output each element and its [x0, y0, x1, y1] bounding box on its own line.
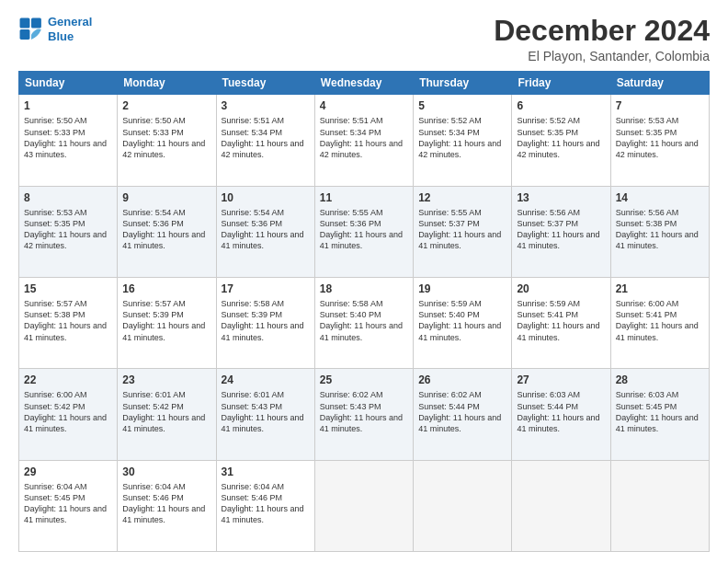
day-info: Sunrise: 5:54 AMSunset: 5:36 PMDaylight:… [122, 207, 210, 252]
calendar-row: 22Sunrise: 6:00 AMSunset: 5:42 PMDayligh… [19, 369, 710, 460]
day-number: 28 [616, 373, 704, 387]
page: General Blue December 2024 El Playon, Sa… [0, 0, 728, 563]
table-row: 6Sunrise: 5:52 AMSunset: 5:35 PMDaylight… [512, 95, 610, 186]
day-number: 15 [24, 282, 112, 296]
table-row: 20Sunrise: 5:59 AMSunset: 5:41 PMDayligh… [512, 277, 610, 368]
logo: General Blue [18, 15, 92, 43]
col-saturday: Saturday [610, 72, 709, 95]
calendar: Sunday Monday Tuesday Wednesday Thursday… [18, 71, 710, 552]
col-wednesday: Wednesday [314, 72, 413, 95]
table-row: 8Sunrise: 5:53 AMSunset: 5:35 PMDaylight… [19, 186, 118, 277]
day-number: 31 [222, 465, 310, 479]
table-row: 30Sunrise: 6:04 AMSunset: 5:46 PMDayligh… [118, 460, 216, 551]
day-number: 30 [122, 465, 210, 479]
table-row: 22Sunrise: 6:00 AMSunset: 5:42 PMDayligh… [19, 369, 118, 460]
day-number: 18 [320, 282, 408, 296]
calendar-row: 8Sunrise: 5:53 AMSunset: 5:35 PMDaylight… [19, 186, 710, 277]
day-info: Sunrise: 5:54 AMSunset: 5:36 PMDaylight:… [222, 207, 310, 252]
day-number: 14 [616, 190, 704, 205]
day-number: 11 [320, 190, 408, 205]
title-block: December 2024 El Playon, Santander, Colo… [494, 15, 710, 63]
day-number: 20 [517, 282, 605, 296]
month-title: December 2024 [494, 15, 710, 47]
table-row: 3Sunrise: 5:51 AMSunset: 5:34 PMDaylight… [216, 95, 314, 186]
day-info: Sunrise: 5:55 AMSunset: 5:36 PMDaylight:… [320, 207, 408, 252]
day-number: 10 [222, 190, 310, 205]
table-row: 28Sunrise: 6:03 AMSunset: 5:45 PMDayligh… [610, 369, 709, 460]
col-sunday: Sunday [19, 72, 118, 95]
table-row: 14Sunrise: 5:56 AMSunset: 5:38 PMDayligh… [610, 186, 709, 277]
day-number: 17 [222, 282, 310, 296]
day-info: Sunrise: 5:51 AMSunset: 5:34 PMDaylight:… [222, 115, 310, 160]
table-row: 21Sunrise: 6:00 AMSunset: 5:41 PMDayligh… [610, 277, 709, 368]
table-row: 10Sunrise: 5:54 AMSunset: 5:36 PMDayligh… [216, 186, 314, 277]
svg-rect-2 [20, 29, 30, 40]
day-info: Sunrise: 5:50 AMSunset: 5:33 PMDaylight:… [24, 115, 112, 160]
day-info: Sunrise: 6:02 AMSunset: 5:44 PMDaylight:… [418, 389, 506, 434]
day-number: 5 [418, 98, 506, 113]
col-friday: Friday [512, 72, 610, 95]
day-number: 23 [122, 373, 210, 387]
calendar-row: 1Sunrise: 5:50 AMSunset: 5:33 PMDaylight… [19, 95, 710, 186]
day-number: 2 [122, 98, 210, 113]
table-row: 17Sunrise: 5:58 AMSunset: 5:39 PMDayligh… [216, 277, 314, 368]
table-row: 18Sunrise: 5:58 AMSunset: 5:40 PMDayligh… [314, 277, 413, 368]
location: El Playon, Santander, Colombia [494, 49, 710, 63]
col-monday: Monday [118, 72, 216, 95]
day-info: Sunrise: 6:03 AMSunset: 5:44 PMDaylight:… [517, 389, 605, 434]
table-row: 15Sunrise: 5:57 AMSunset: 5:38 PMDayligh… [19, 277, 118, 368]
day-info: Sunrise: 5:55 AMSunset: 5:37 PMDaylight:… [418, 207, 506, 252]
table-row: 27Sunrise: 6:03 AMSunset: 5:44 PMDayligh… [512, 369, 610, 460]
table-row: 1Sunrise: 5:50 AMSunset: 5:33 PMDaylight… [19, 95, 118, 186]
day-info: Sunrise: 5:57 AMSunset: 5:39 PMDaylight:… [122, 298, 210, 343]
day-number: 4 [320, 98, 408, 113]
day-number: 6 [517, 98, 605, 113]
calendar-header-row: Sunday Monday Tuesday Wednesday Thursday… [19, 72, 710, 95]
day-info: Sunrise: 6:01 AMSunset: 5:42 PMDaylight:… [122, 389, 210, 434]
logo-text: General Blue [48, 15, 92, 43]
col-tuesday: Tuesday [216, 72, 314, 95]
svg-rect-1 [31, 17, 41, 28]
day-info: Sunrise: 5:56 AMSunset: 5:37 PMDaylight:… [517, 207, 605, 252]
day-number: 27 [517, 373, 605, 387]
day-number: 7 [616, 98, 704, 113]
day-info: Sunrise: 5:58 AMSunset: 5:40 PMDaylight:… [320, 298, 408, 343]
day-info: Sunrise: 6:02 AMSunset: 5:43 PMDaylight:… [320, 389, 408, 434]
day-number: 16 [122, 282, 210, 296]
day-info: Sunrise: 6:00 AMSunset: 5:42 PMDaylight:… [24, 389, 112, 434]
table-row: 7Sunrise: 5:53 AMSunset: 5:35 PMDaylight… [610, 95, 709, 186]
day-info: Sunrise: 6:04 AMSunset: 5:46 PMDaylight:… [222, 481, 310, 526]
day-number: 8 [24, 190, 112, 205]
day-number: 19 [418, 282, 506, 296]
day-number: 26 [418, 373, 506, 387]
table-row [512, 460, 610, 551]
day-info: Sunrise: 5:59 AMSunset: 5:41 PMDaylight:… [517, 298, 605, 343]
table-row: 12Sunrise: 5:55 AMSunset: 5:37 PMDayligh… [414, 186, 512, 277]
col-thursday: Thursday [414, 72, 512, 95]
day-info: Sunrise: 5:52 AMSunset: 5:34 PMDaylight:… [418, 115, 506, 160]
table-row: 4Sunrise: 5:51 AMSunset: 5:34 PMDaylight… [314, 95, 413, 186]
table-row: 25Sunrise: 6:02 AMSunset: 5:43 PMDayligh… [314, 369, 413, 460]
day-info: Sunrise: 5:50 AMSunset: 5:33 PMDaylight:… [122, 115, 210, 160]
logo-line2: Blue [48, 29, 74, 43]
day-number: 12 [418, 190, 506, 205]
table-row: 9Sunrise: 5:54 AMSunset: 5:36 PMDaylight… [118, 186, 216, 277]
day-info: Sunrise: 6:04 AMSunset: 5:45 PMDaylight:… [24, 481, 112, 526]
table-row: 16Sunrise: 5:57 AMSunset: 5:39 PMDayligh… [118, 277, 216, 368]
day-info: Sunrise: 5:57 AMSunset: 5:38 PMDaylight:… [24, 298, 112, 343]
table-row: 23Sunrise: 6:01 AMSunset: 5:42 PMDayligh… [118, 369, 216, 460]
table-row: 29Sunrise: 6:04 AMSunset: 5:45 PMDayligh… [19, 460, 118, 551]
table-row [610, 460, 709, 551]
day-number: 9 [122, 190, 210, 205]
table-row: 5Sunrise: 5:52 AMSunset: 5:34 PMDaylight… [414, 95, 512, 186]
day-number: 24 [222, 373, 310, 387]
day-info: Sunrise: 5:52 AMSunset: 5:35 PMDaylight:… [517, 115, 605, 160]
table-row: 31Sunrise: 6:04 AMSunset: 5:46 PMDayligh… [216, 460, 314, 551]
table-row: 19Sunrise: 5:59 AMSunset: 5:40 PMDayligh… [414, 277, 512, 368]
day-info: Sunrise: 5:53 AMSunset: 5:35 PMDaylight:… [616, 115, 704, 160]
table-row: 11Sunrise: 5:55 AMSunset: 5:36 PMDayligh… [314, 186, 413, 277]
svg-rect-0 [20, 17, 30, 28]
table-row: 26Sunrise: 6:02 AMSunset: 5:44 PMDayligh… [414, 369, 512, 460]
day-info: Sunrise: 5:59 AMSunset: 5:40 PMDaylight:… [418, 298, 506, 343]
day-info: Sunrise: 6:01 AMSunset: 5:43 PMDaylight:… [222, 389, 310, 434]
